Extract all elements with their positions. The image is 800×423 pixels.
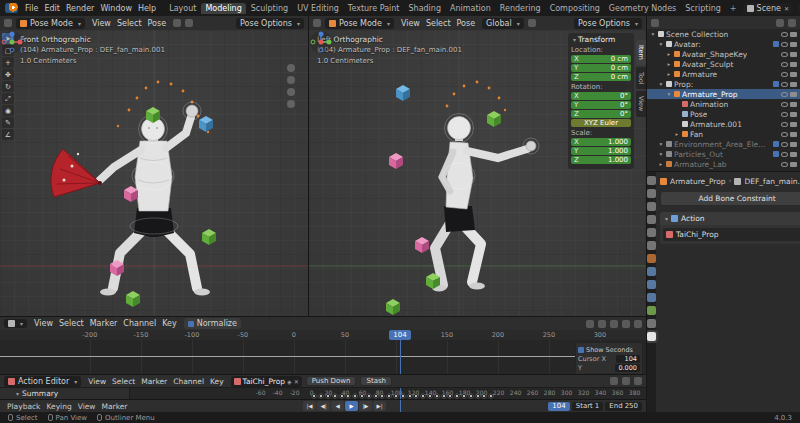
cursor-x-field[interactable]: 104 <box>616 355 640 363</box>
camera-view-icon[interactable] <box>287 88 295 96</box>
hide-in-viewport-icon[interactable] <box>781 102 788 107</box>
transform-panel-header[interactable]: ▾ Transform <box>571 35 631 44</box>
current-frame-badge[interactable]: 104 <box>389 330 411 340</box>
menu-file[interactable]: File <box>22 4 41 13</box>
mode-selector[interactable]: Pose Mode ▾ <box>16 18 85 29</box>
bone-tab-icon[interactable] <box>647 319 656 328</box>
breadcrumb-bone[interactable]: DEF_fan_main.001 <box>744 177 800 186</box>
location-z-field[interactable]: Z0 cm <box>571 73 631 81</box>
blender-logo-icon[interactable] <box>5 3 18 13</box>
toggle-perspective-icon[interactable] <box>287 100 295 108</box>
keyframe-diamond[interactable] <box>339 393 345 399</box>
graph-menu-marker[interactable]: Marker <box>87 319 121 328</box>
hide-in-viewport-icon[interactable] <box>781 32 788 37</box>
navigation-gizmo[interactable] <box>0 30 24 54</box>
disable-in-render-icon[interactable] <box>790 92 797 97</box>
hide-in-viewport-icon[interactable] <box>781 82 788 87</box>
outliner-row-avatar-shapekey[interactable]: ▸Avatar_ShapeKey <box>647 49 800 59</box>
outliner-row-armature-lab[interactable]: ▸Armature_Lab <box>647 159 800 169</box>
disclosure-triangle-icon[interactable]: ▾ <box>658 151 664 157</box>
annotate-tool-icon[interactable]: ✎ <box>2 117 14 128</box>
graph-menu-channel[interactable]: Channel <box>120 319 159 328</box>
vp1-menu-pose[interactable]: Pose <box>145 19 170 28</box>
scale-z-field[interactable]: Z1.000 <box>571 156 631 164</box>
frame-end-field[interactable]: End 250 <box>605 402 642 411</box>
navigation-gizmo[interactable] <box>309 30 333 54</box>
outliner-row-avatar-[interactable]: ▾Avatar: <box>647 39 800 49</box>
outliner-row-scene-collection[interactable]: ▾Scene Collection <box>647 29 800 39</box>
outliner-row-particles-out[interactable]: ▾Particles_Out <box>647 149 800 159</box>
filter-icon[interactable] <box>610 377 618 385</box>
workspace-tab-uv-editing[interactable]: UV Editing <box>293 3 343 14</box>
collection-checkbox-icon[interactable] <box>773 151 779 157</box>
disable-in-render-icon[interactable] <box>790 122 797 127</box>
current-frame-field[interactable]: 104 <box>548 402 569 411</box>
proportional-edit-icon[interactable] <box>634 377 642 385</box>
graph-menu-view[interactable]: View <box>31 319 56 328</box>
constraint-panel-header[interactable]: ▾ Action ✕ <box>660 212 800 225</box>
rotation-mode-dropdown[interactable]: XYZ Euler <box>571 119 631 127</box>
outliner-row-environment-area-elements[interactable]: ▾Environment_Area_Elements <box>647 139 800 149</box>
workspace-tab-geometry-nodes[interactable]: Geometry Nodes <box>605 3 680 14</box>
sidebar-tab-item[interactable]: Item <box>636 40 646 65</box>
object-data-tab-icon[interactable] <box>647 306 656 315</box>
collection-checkbox-icon[interactable] <box>773 41 779 47</box>
hide-in-viewport-icon[interactable] <box>781 142 788 147</box>
workspace-tab-layout[interactable]: Layout <box>165 3 200 14</box>
render-tab-icon[interactable] <box>647 189 656 198</box>
disable-in-render-icon[interactable] <box>790 72 797 77</box>
scale-x-field[interactable]: X1.000 <box>571 138 631 146</box>
keyframe-diamond[interactable] <box>318 393 324 399</box>
rotation-x-field[interactable]: X0° <box>571 92 631 100</box>
disclosure-triangle-icon[interactable]: ▸ <box>666 61 672 67</box>
zoom-icon[interactable] <box>287 64 295 72</box>
cursor-to-selection-button[interactable]: Cursor to Selection <box>578 373 640 374</box>
modifiers-tab-icon[interactable] <box>647 267 656 276</box>
workspace-tab-scripting[interactable]: Scripting <box>681 3 725 14</box>
snap-magnet-icon[interactable] <box>610 320 618 328</box>
character-figure[interactable] <box>432 117 536 292</box>
add-workspace-button[interactable]: + <box>726 3 741 14</box>
keyframe-diamond[interactable] <box>380 393 386 399</box>
disclosure-triangle-icon[interactable]: ▸ <box>666 51 672 57</box>
proportional-edit-icon[interactable] <box>622 320 630 328</box>
disclosure-triangle-icon[interactable]: ▾ <box>658 41 664 47</box>
menu-help[interactable]: Help <box>135 4 159 13</box>
disable-in-render-icon[interactable] <box>790 82 797 87</box>
3d-viewport-front[interactable]: Front Orthographic (104) Armature_Prop :… <box>0 30 308 316</box>
workspace-tab-animation[interactable]: Animation <box>446 3 495 14</box>
search-icon[interactable] <box>776 19 784 27</box>
scene-tab-icon[interactable] <box>647 228 656 237</box>
jump-to-end-button[interactable]: ▶| <box>373 401 386 411</box>
hide-in-viewport-icon[interactable] <box>781 92 788 97</box>
vp2-menu-view[interactable]: View <box>398 19 423 28</box>
hide-in-viewport-icon[interactable] <box>781 72 788 77</box>
output-tab-icon[interactable] <box>647 202 656 211</box>
view-layer-tab-icon[interactable] <box>647 215 656 224</box>
keyframe-diamond[interactable] <box>441 393 447 399</box>
fake-user-shield-icon[interactable]: ◈ <box>287 378 292 385</box>
menu-edit[interactable]: Edit <box>41 4 63 13</box>
transform-orientation-dropdown[interactable]: Global ▾ <box>482 18 524 29</box>
outliner-row-prop-[interactable]: ▾Prop: <box>647 79 800 89</box>
vp2-menu-select[interactable]: Select <box>423 19 454 28</box>
pose-options-dropdown[interactable]: Pose Options ▾ <box>236 18 304 29</box>
unlink-action-icon[interactable]: ✕ <box>294 378 299 385</box>
graph-menu-select[interactable]: Select <box>56 319 87 328</box>
vp1-menu-view[interactable]: View <box>89 19 114 28</box>
disable-in-render-icon[interactable] <box>790 52 797 57</box>
hide-in-viewport-icon[interactable] <box>781 122 788 127</box>
proportional-edit-icon[interactable] <box>185 19 193 27</box>
object-constraints-tab-icon[interactable] <box>647 293 656 302</box>
outliner-row-animation[interactable]: Animation <box>647 99 800 109</box>
scale-tool-icon[interactable]: ⤢ <box>2 93 14 104</box>
filter-icon[interactable] <box>598 320 606 328</box>
graph-menu-key[interactable]: Key <box>159 319 180 328</box>
disable-in-render-icon[interactable] <box>790 32 797 37</box>
disable-in-render-icon[interactable] <box>790 162 797 167</box>
constraint-action-field[interactable]: TaiChi_Prop <box>663 228 800 241</box>
editor-type-icon[interactable] <box>313 19 321 27</box>
transform-tool-icon[interactable]: ◉ <box>2 105 14 116</box>
fcurve-line[interactable] <box>0 356 576 357</box>
move-view-icon[interactable] <box>287 76 295 84</box>
